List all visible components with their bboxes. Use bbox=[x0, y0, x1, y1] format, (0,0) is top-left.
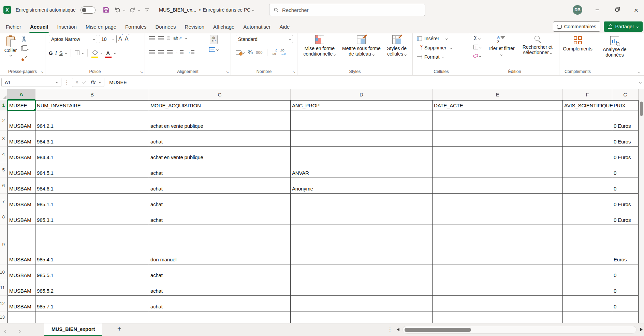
cell-D2[interactable] bbox=[291, 110, 433, 131]
italic-button[interactable]: I bbox=[55, 50, 57, 56]
undo-menu-chevron[interactable] bbox=[123, 9, 126, 11]
cell-F4[interactable] bbox=[563, 147, 612, 162]
comma-style-button[interactable]: 000 bbox=[256, 50, 263, 55]
cell-D8[interactable] bbox=[291, 209, 433, 225]
cell-E3[interactable] bbox=[433, 131, 563, 147]
fill-color-chevron[interactable] bbox=[100, 52, 102, 54]
delete-cells-button[interactable]: Supprimer bbox=[417, 44, 452, 51]
format-cells-button[interactable]: Format bbox=[417, 54, 452, 60]
tab-revision[interactable]: Révision bbox=[180, 20, 209, 33]
column-header-A[interactable]: A bbox=[8, 89, 35, 100]
name-box[interactable]: A1 bbox=[1, 78, 61, 87]
redo-button[interactable] bbox=[128, 5, 137, 14]
cell-A9[interactable]: MUSBAM bbox=[8, 225, 35, 264]
cell-A10[interactable]: MUSBAM bbox=[8, 264, 35, 280]
sort-filter-button[interactable]: AZ Trier et filtrer bbox=[486, 34, 516, 57]
row-header-7[interactable]: 7 bbox=[0, 194, 8, 209]
cell-C2[interactable]: achat en vente publique bbox=[149, 110, 291, 131]
column-header-F[interactable]: F bbox=[563, 89, 612, 100]
cell-G8[interactable]: 0 Euros bbox=[612, 209, 639, 225]
save-button[interactable] bbox=[102, 5, 111, 14]
undo-button[interactable] bbox=[113, 5, 122, 14]
cell-C11[interactable]: achat bbox=[149, 280, 291, 296]
cell-E10[interactable] bbox=[433, 264, 563, 280]
cell-D1[interactable]: ANC_PROP bbox=[291, 100, 433, 110]
cell-G5[interactable]: 0 bbox=[612, 162, 639, 178]
cell-G9[interactable]: Euros bbox=[612, 225, 639, 264]
close-button[interactable]: × bbox=[631, 5, 641, 15]
cell-B12[interactable]: 985.7.1 bbox=[35, 296, 149, 311]
enter-entry-button[interactable] bbox=[83, 80, 86, 83]
cell-A11[interactable]: MUSBAM bbox=[8, 280, 35, 296]
cell-D9[interactable] bbox=[291, 225, 433, 264]
align-center-button[interactable] bbox=[158, 50, 164, 54]
cell-D13[interactable] bbox=[291, 311, 433, 323]
cell-C9[interactable]: don manuel bbox=[149, 225, 291, 264]
scroll-left-arrow[interactable] bbox=[397, 328, 399, 331]
underline-button[interactable]: S bbox=[59, 50, 63, 56]
cell-A7[interactable]: MUSBAM bbox=[8, 194, 35, 209]
cell-E13[interactable] bbox=[433, 311, 563, 323]
cell-G12[interactable]: 0 bbox=[612, 296, 639, 311]
cell-A4[interactable]: MUSBAM bbox=[8, 147, 35, 162]
collapse-ribbon-chevron[interactable] bbox=[638, 71, 640, 74]
align-left-button[interactable] bbox=[149, 50, 155, 54]
row-header-10[interactable]: 10 bbox=[0, 264, 8, 280]
cell-C13[interactable] bbox=[149, 311, 291, 323]
cell-D5[interactable]: ANVAR bbox=[291, 162, 433, 178]
fill-button[interactable]: ↓ bbox=[473, 44, 481, 50]
borders-button[interactable] bbox=[75, 50, 79, 55]
cell-A3[interactable]: MUSBAM bbox=[8, 131, 35, 147]
alignment-dialog-launcher-icon[interactable]: ↘ bbox=[226, 70, 229, 74]
tab-donnees[interactable]: Données bbox=[151, 20, 180, 33]
increase-font-button[interactable]: Aˆ bbox=[118, 36, 123, 42]
cell-D10[interactable] bbox=[291, 264, 433, 280]
cell-G3[interactable]: 0 Euros bbox=[612, 131, 639, 147]
row-header-11[interactable]: 11 bbox=[0, 280, 8, 296]
cell-D12[interactable] bbox=[291, 296, 433, 311]
column-header-E[interactable]: E bbox=[433, 89, 563, 100]
addins-button[interactable]: Compléments bbox=[561, 35, 594, 68]
tab-automatiser[interactable]: Automatiser bbox=[239, 20, 275, 33]
row-header-2[interactable]: 2 bbox=[0, 110, 8, 131]
cancel-entry-button[interactable]: × bbox=[75, 80, 78, 85]
align-middle-button[interactable] bbox=[158, 36, 164, 40]
cell-G11[interactable]: 0 bbox=[612, 280, 639, 296]
cell-E8[interactable] bbox=[433, 209, 563, 225]
cell-C5[interactable]: achat bbox=[149, 162, 291, 178]
cell-F6[interactable] bbox=[563, 178, 612, 194]
cell-G2[interactable]: 0 Euros bbox=[612, 110, 639, 131]
decrease-font-button[interactable]: Aˇ bbox=[125, 36, 130, 42]
format-painter-button[interactable] bbox=[21, 55, 29, 62]
row-header-6[interactable]: 6 bbox=[0, 178, 8, 194]
find-select-button[interactable]: Rechercher et sélectionner bbox=[517, 34, 558, 57]
fill-color-button[interactable] bbox=[91, 49, 98, 57]
wrap-text-button[interactable]: ab c↩ bbox=[210, 35, 217, 44]
minimize-button[interactable] bbox=[592, 5, 602, 15]
cell-C1[interactable]: MODE_ACQUISITION bbox=[149, 100, 291, 110]
cut-button[interactable] bbox=[21, 35, 29, 42]
conditional-formatting-button[interactable]: Mise en forme conditionnelle bbox=[299, 34, 340, 57]
copy-button[interactable] bbox=[21, 45, 29, 52]
cell-B8[interactable]: 985.3.1 bbox=[35, 209, 149, 225]
cell-B2[interactable]: 984.2.1 bbox=[35, 110, 149, 131]
row-header-4[interactable]: 4 bbox=[0, 147, 8, 162]
cell-D6[interactable]: Anonyme bbox=[291, 178, 433, 194]
cell-D7[interactable] bbox=[291, 194, 433, 209]
restore-button[interactable] bbox=[612, 5, 622, 15]
cell-F13[interactable] bbox=[563, 311, 612, 323]
vertical-scrollbar[interactable] bbox=[639, 89, 644, 323]
comments-button[interactable]: Commentaires bbox=[553, 21, 600, 32]
row-header-8[interactable]: 8 bbox=[0, 209, 8, 225]
redo-menu-chevron[interactable] bbox=[138, 9, 140, 11]
cell-C8[interactable]: achat bbox=[149, 209, 291, 225]
cell-C12[interactable]: achat bbox=[149, 296, 291, 311]
underline-chevron[interactable] bbox=[65, 52, 67, 54]
tab-insertion[interactable]: Insertion bbox=[53, 20, 81, 33]
cell-B1[interactable]: NUM_INVENTAIRE bbox=[35, 100, 149, 110]
cell-G10[interactable]: 0 bbox=[612, 264, 639, 280]
column-header-C[interactable]: C bbox=[149, 89, 291, 100]
cell-E9[interactable] bbox=[433, 225, 563, 264]
orientation-button[interactable]: ab↗ bbox=[173, 35, 182, 41]
row-header-3[interactable]: 3 bbox=[0, 131, 8, 147]
